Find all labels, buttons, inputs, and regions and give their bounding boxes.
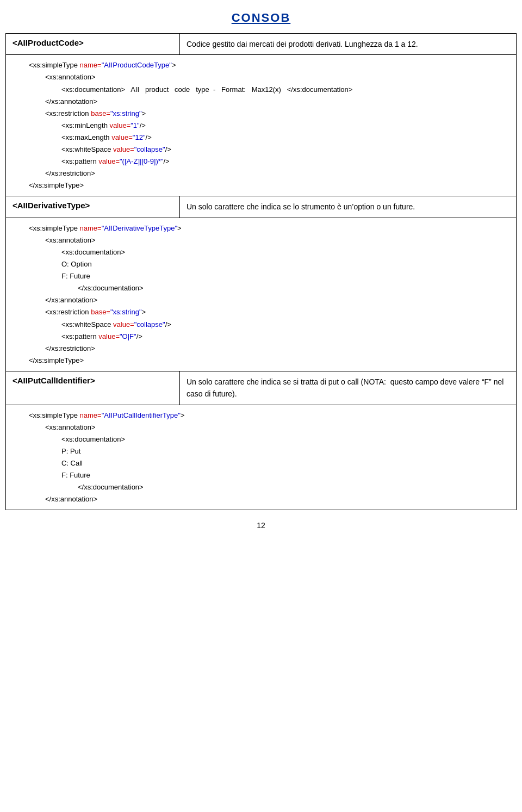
xml-line: F: Future xyxy=(13,469,509,481)
xml-block-derivative-type: <xs:simpleType name="AIIDerivativeTypeTy… xyxy=(6,218,517,371)
table-row-derivative-type: <AIIDerivativeType> Un solo carattere ch… xyxy=(6,196,517,218)
xml-line: <xs:whiteSpace value="collapse"/> xyxy=(13,144,509,156)
description-cell-put-call: Un solo carattere che indica se si tratt… xyxy=(180,371,517,405)
element-name-cell-derivative: <AIIDerivativeType> xyxy=(6,196,180,218)
xml-line: <xs:annotation> xyxy=(13,71,509,83)
xml-line: </xs:documentation> xyxy=(13,481,509,493)
xml-line: </xs:restriction> xyxy=(13,168,509,179)
table-row-xml-put-call: <xs:simpleType name="AIIPutCallIdentifie… xyxy=(6,405,517,510)
page-number: 12 xyxy=(0,510,522,535)
description-cell-derivative: Un solo carattere che indica se lo strum… xyxy=(180,196,517,218)
xml-line: <xs:pattern value="O|F"/> xyxy=(13,331,509,343)
description-cell: Codice gestito dai mercati dei prodotti … xyxy=(180,34,517,55)
xml-line: <xs:documentation> xyxy=(13,433,509,445)
table-row-xml-product-code: <xs:simpleType name="AIIProductCodeType"… xyxy=(6,55,517,196)
xml-line: C: Call xyxy=(13,457,509,469)
xml-line: F: Future xyxy=(13,270,509,282)
table-row-xml-derivative-type: <xs:simpleType name="AIIDerivativeTypeTy… xyxy=(6,218,517,371)
element-name: <AIIProductCode> xyxy=(13,38,84,47)
xml-line: <xs:restriction base="xs:string"> xyxy=(13,306,509,318)
main-table: <AIIProductCode> Codice gestito dai merc… xyxy=(5,33,517,510)
xml-line: </xs:annotation> xyxy=(13,294,509,306)
xml-line: <xs:restriction base="xs:string"> xyxy=(13,108,509,120)
xml-line: </xs:documentation> xyxy=(13,282,509,294)
element-name-cell-put-call: <AIIPutCallIdentifier> xyxy=(6,371,180,405)
xml-line: <xs:simpleType name="AIIDerivativeTypeTy… xyxy=(13,222,509,234)
xml-line: <xs:documentation> AII product code type… xyxy=(13,84,509,96)
xml-line: <xs:minLength value="1"/> xyxy=(13,120,509,132)
xml-line: </xs:annotation> xyxy=(13,96,509,108)
page-wrapper: CONSOB <AIIProductCode> Codice gestito d… xyxy=(0,0,522,812)
xml-block-product-code: <xs:simpleType name="AIIProductCodeType"… xyxy=(6,55,517,196)
xml-line: </xs:simpleType> xyxy=(13,179,509,191)
xml-line: <xs:documentation> xyxy=(13,246,509,258)
element-name-put-call: <AIIPutCallIdentifier> xyxy=(13,376,95,385)
xml-line: <xs:annotation> xyxy=(13,422,509,433)
xml-line: <xs:maxLength value="12"/> xyxy=(13,132,509,144)
xml-line: <xs:simpleType name="AIIPutCallIdentifie… xyxy=(13,410,509,422)
logo-area: CONSOB xyxy=(0,5,522,33)
xml-line: </xs:annotation> xyxy=(13,493,509,505)
xml-line: <xs:simpleType name="AIIProductCodeType"… xyxy=(13,59,509,71)
table-row: <AIIProductCode> Codice gestito dai merc… xyxy=(6,34,517,55)
xml-line: <xs:annotation> xyxy=(13,234,509,246)
logo: CONSOB xyxy=(232,11,291,24)
xml-line: O: Option xyxy=(13,258,509,270)
xml-line: </xs:restriction> xyxy=(13,343,509,355)
element-name-derivative: <AIIDerivativeType> xyxy=(13,201,90,210)
table-row-put-call: <AIIPutCallIdentifier> Un solo carattere… xyxy=(6,371,517,405)
xml-line: <xs:whiteSpace value="collapse"/> xyxy=(13,319,509,331)
xml-line: <xs:pattern value="([A-Z]|[0-9])*"/> xyxy=(13,156,509,168)
xml-line: P: Put xyxy=(13,445,509,457)
xml-line: </xs:simpleType> xyxy=(13,355,509,367)
xml-block-put-call: <xs:simpleType name="AIIPutCallIdentifie… xyxy=(6,405,517,510)
element-name-cell: <AIIProductCode> xyxy=(6,34,180,55)
